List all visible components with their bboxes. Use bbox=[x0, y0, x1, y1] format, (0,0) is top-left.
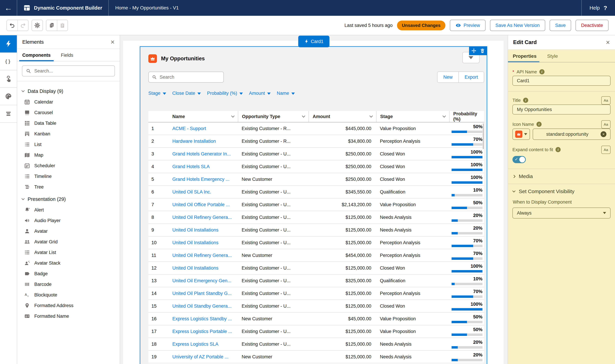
opportunity-link[interactable]: Grand Hotels SLA bbox=[172, 164, 210, 169]
expand-content-toggle[interactable]: ✓ bbox=[512, 156, 526, 163]
element-item-avatar-grid[interactable]: Avatar Grid bbox=[22, 236, 115, 247]
element-item-avatar[interactable]: Avatar bbox=[22, 226, 115, 236]
opportunity-link[interactable]: United Oil Installations bbox=[172, 265, 218, 271]
info-icon[interactable]: i bbox=[523, 98, 528, 103]
new-button[interactable]: New bbox=[438, 72, 458, 82]
media-section-header[interactable]: Media bbox=[508, 169, 615, 184]
rail-item-touch[interactable] bbox=[0, 70, 17, 88]
clear-icon[interactable]: × bbox=[601, 131, 606, 137]
element-item-audio-player[interactable]: Audio Player bbox=[22, 215, 115, 226]
trash-icon[interactable] bbox=[479, 48, 485, 54]
element-item-carousel[interactable]: Carousel bbox=[22, 107, 115, 118]
opportunity-link[interactable]: Express Logistics SLA bbox=[172, 341, 218, 347]
rail-item-braces[interactable]: { } bbox=[0, 53, 17, 70]
element-item-avatar-list[interactable]: Avatar List bbox=[22, 247, 115, 258]
element-item-tree[interactable]: Tree bbox=[22, 182, 115, 192]
preview-button[interactable]: Preview bbox=[450, 20, 485, 31]
opportunity-link[interactable]: University of AZ Portable ... bbox=[172, 354, 228, 359]
close-icon[interactable]: × bbox=[606, 39, 610, 46]
title-dynamic-text-button[interactable]: Aa bbox=[601, 96, 611, 104]
opportunity-link[interactable]: United Oil Refinery Genera... bbox=[172, 253, 232, 258]
when-to-display-select[interactable]: Always bbox=[512, 208, 611, 219]
api-name-field[interactable] bbox=[512, 76, 611, 86]
tab-properties[interactable]: Properties bbox=[513, 53, 537, 62]
card1-tab[interactable]: Card1 bbox=[298, 36, 329, 47]
opportunity-link[interactable]: Express Logistics Standby ... bbox=[172, 316, 232, 321]
rail-item-structure[interactable] bbox=[0, 105, 17, 123]
column-header-name[interactable]: Name bbox=[172, 111, 238, 122]
save-button[interactable]: Save bbox=[550, 20, 571, 31]
opportunity-link[interactable]: Grand Hotels Generator In... bbox=[172, 151, 231, 156]
element-item-data-table[interactable]: Data Table bbox=[22, 118, 115, 129]
opportunity-link[interactable]: United Oil Plant Standby G... bbox=[172, 291, 231, 296]
sort-chevron-icon[interactable] bbox=[369, 114, 373, 117]
opportunity-link[interactable]: United Oil SLA Inc. bbox=[172, 189, 211, 195]
section-header[interactable]: Presentation (29) bbox=[22, 194, 115, 205]
opportunity-link[interactable]: United Oil Refinery Genera... bbox=[172, 215, 232, 220]
move-icon[interactable] bbox=[471, 48, 477, 54]
icon-name-dynamic-text-button[interactable]: Aa bbox=[601, 120, 611, 129]
element-item-formatted-address[interactable]: Formatted Address bbox=[22, 300, 115, 311]
undo-button[interactable] bbox=[7, 20, 17, 31]
element-item-list[interactable]: List bbox=[22, 139, 115, 150]
element-item-formatted-name[interactable]: Formatted Name bbox=[22, 311, 115, 322]
copy-button[interactable] bbox=[46, 20, 57, 31]
opportunity-link[interactable]: Hardware Installation bbox=[172, 139, 216, 144]
element-item-map[interactable]: Map bbox=[22, 150, 115, 160]
info-icon[interactable]: i bbox=[536, 122, 542, 127]
opportunity-link[interactable]: United Oil Installations bbox=[172, 227, 218, 233]
elements-search-input[interactable] bbox=[34, 68, 111, 74]
element-item-alert[interactable]: Alert bbox=[22, 205, 115, 215]
element-item-barcode[interactable]: Barcode bbox=[22, 279, 115, 290]
element-item-calendar[interactable]: Calendar bbox=[22, 97, 115, 107]
rail-item-lightning[interactable] bbox=[0, 35, 17, 53]
opportunity-link[interactable]: United Oil Standby Genera... bbox=[172, 303, 231, 309]
opportunity-link[interactable]: United Oil Emergency Gen... bbox=[172, 278, 231, 283]
sort-chevron-icon[interactable] bbox=[302, 114, 305, 117]
filter-chip-name[interactable]: Name bbox=[277, 91, 295, 96]
close-icon[interactable]: × bbox=[111, 39, 115, 45]
deactivate-button[interactable]: Deactivate bbox=[575, 20, 608, 31]
save-as-new-version-button[interactable]: Save As New Version bbox=[490, 20, 545, 31]
element-item-scheduler[interactable]: Scheduler bbox=[22, 160, 115, 171]
column-header-stage[interactable]: Stage bbox=[376, 111, 449, 122]
icon-name-field[interactable]: standard:opportunity × bbox=[533, 129, 611, 140]
info-icon[interactable]: i bbox=[556, 147, 561, 152]
table-scrollbar[interactable] bbox=[483, 123, 484, 149]
opportunity-link[interactable]: United Oil Installations bbox=[172, 240, 218, 245]
rail-item-palette[interactable] bbox=[0, 88, 17, 105]
filter-chip-probability-[interactable]: Probability (%) bbox=[207, 91, 243, 96]
element-item-blockquote[interactable]: AaBlockquote bbox=[22, 290, 115, 300]
opportunity-link[interactable]: Grand Hotels Emergency ... bbox=[172, 177, 229, 182]
filter-chip-stage[interactable]: Stage bbox=[148, 91, 166, 96]
column-header-probability-[interactable]: Probability (%) bbox=[449, 111, 484, 122]
filter-chip-amount[interactable]: Amount bbox=[249, 91, 271, 96]
info-icon[interactable]: i bbox=[539, 69, 545, 74]
element-item-kanban[interactable]: Kanban bbox=[22, 129, 115, 139]
sort-chevron-icon[interactable] bbox=[442, 114, 446, 117]
filter-chip-close-date[interactable]: Close Date bbox=[172, 91, 201, 96]
opportunity-link[interactable]: Express Logistics Portable ... bbox=[172, 329, 232, 334]
section-header[interactable]: Data Display (9) bbox=[22, 86, 115, 97]
help-button[interactable]: Help ? bbox=[581, 0, 615, 16]
element-item-avatar-stack[interactable]: Avatar Stack bbox=[22, 258, 115, 268]
column-header-opportunity-type[interactable]: Opportunity Type bbox=[238, 111, 308, 122]
paste-button[interactable] bbox=[57, 20, 67, 31]
tab-components[interactable]: Components bbox=[22, 52, 51, 61]
selected-card[interactable]: My Opportunities New Export StageClose D… bbox=[140, 46, 487, 364]
back-button[interactable]: ← bbox=[0, 0, 17, 16]
expand-dynamic-text-button[interactable]: Aa bbox=[601, 146, 611, 154]
column-header-amount[interactable]: Amount bbox=[308, 111, 376, 122]
tab-style[interactable]: Style bbox=[547, 53, 558, 62]
redo-button[interactable] bbox=[17, 20, 28, 31]
card-search-input[interactable] bbox=[159, 74, 221, 80]
icon-picker-button[interactable] bbox=[512, 129, 530, 140]
opportunity-link[interactable]: United Oil Office Portable ... bbox=[172, 202, 230, 207]
visibility-section-header[interactable]: Set Component Visibility bbox=[508, 184, 615, 199]
settings-gear-button[interactable] bbox=[32, 20, 42, 31]
sort-chevron-icon[interactable] bbox=[231, 114, 235, 117]
element-item-timeline[interactable]: Timeline bbox=[22, 171, 115, 182]
export-button[interactable]: Export bbox=[458, 72, 484, 82]
tab-fields[interactable]: Fields bbox=[61, 52, 73, 61]
title-field[interactable] bbox=[512, 104, 611, 115]
